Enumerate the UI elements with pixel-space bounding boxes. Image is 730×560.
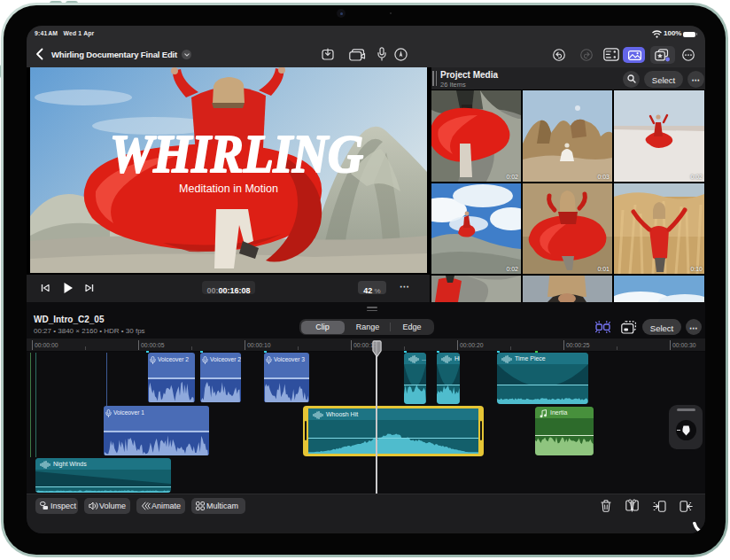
svg-text:WHIRLING: WHIRLING [110, 123, 363, 183]
svg-text:Meditation in Motion: Meditation in Motion [179, 183, 278, 195]
